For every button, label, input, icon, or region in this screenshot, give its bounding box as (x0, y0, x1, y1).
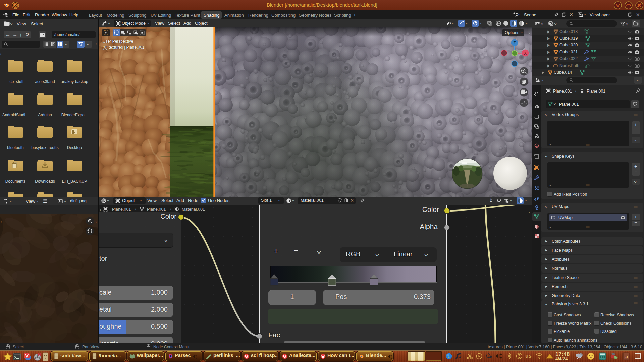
svg-text:Z: Z (513, 41, 516, 45)
svg-text:a: a (626, 354, 628, 359)
svg-text:X: X (524, 51, 527, 56)
